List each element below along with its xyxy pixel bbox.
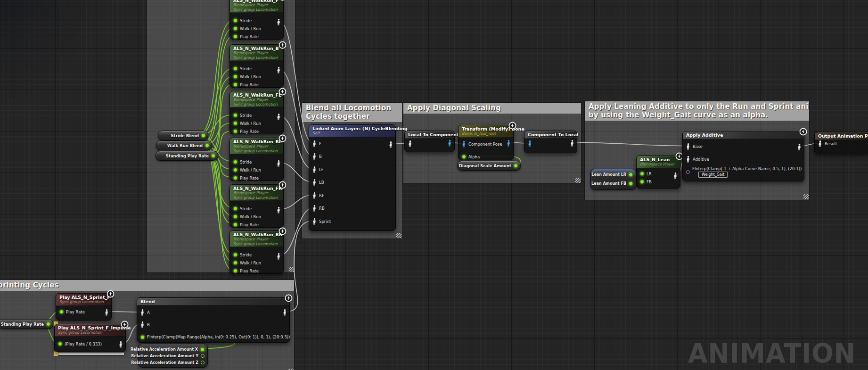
node-play-als-n-sprint-f-impulse[interactable]: Play ALS_N_Sprint_F_ImpulseSync group Lo… — [54, 324, 126, 352]
value-pin[interactable] — [640, 180, 644, 184]
variable-row[interactable]: Relative Acceleration Amount X — [139, 346, 207, 353]
input-pin-row[interactable]: FInterp(Clamp(-1 + Alpha Curve Name, 0.5… — [683, 165, 804, 178]
input-pin-row[interactable]: RB — [309, 202, 395, 215]
input-pin-row[interactable]: Play Rate — [230, 127, 283, 135]
value-pin[interactable] — [233, 206, 237, 211]
node-local-to-component[interactable]: Local To Component — [404, 131, 455, 152]
value-pin[interactable] — [233, 222, 237, 227]
variable-group-relative-acceleration[interactable]: Relative Acceleration Amount XRelative A… — [138, 344, 208, 368]
output-pose-pin[interactable] — [277, 113, 281, 122]
node-als-n-walkrun-f[interactable]: ALS_N_WalkRun_FBlendspace PlayerSync gro… — [229, 0, 284, 40]
value-pin[interactable] — [640, 172, 644, 176]
curve-name-input[interactable]: Weight_Gait — [698, 172, 728, 178]
input-pin-row[interactable]: Result — [815, 140, 868, 148]
node-blend[interactable]: BlendABFInterp(Clamp(Map Range(Alpha, in… — [137, 297, 290, 343]
node-linked-anim-layer[interactable]: Linked Anim Layer: (N) CycleBlendingSelf… — [309, 124, 396, 231]
input-pin-row[interactable]: Stride — [230, 16, 283, 25]
variable-output-pin[interactable] — [211, 154, 215, 158]
output-pose-pin[interactable] — [448, 140, 452, 148]
output-pose-pin[interactable] — [277, 18, 281, 27]
input-pin-row[interactable]: Walk / Run — [230, 166, 283, 174]
input-pin-row[interactable]: Stride — [230, 65, 283, 73]
input-pin-row[interactable]: F — [309, 137, 395, 150]
variable-stride-blend[interactable]: Stride Blend — [158, 131, 208, 140]
variable-output-pin[interactable] — [201, 354, 205, 358]
value-pin[interactable] — [233, 253, 237, 257]
input-pin-row[interactable]: Walk / Run — [230, 213, 283, 221]
output-pose-pin[interactable] — [277, 160, 281, 169]
value-pin[interactable] — [233, 26, 237, 31]
value-pin[interactable] — [233, 214, 237, 219]
output-pose-pin[interactable] — [570, 140, 574, 148]
input-pin-row[interactable]: Component Pose — [459, 138, 513, 150]
node-output-animation-pose[interactable]: Output Animation PoseResult — [814, 132, 868, 154]
value-pin[interactable] — [233, 121, 237, 125]
value-pin[interactable] — [233, 34, 237, 39]
output-pose-pin[interactable] — [283, 309, 287, 318]
value-pin[interactable] — [233, 261, 237, 265]
value-pin[interactable] — [59, 310, 64, 314]
value-pin[interactable] — [233, 269, 237, 273]
node-als-n-walkrun-b[interactable]: ALS_N_WalkRun_BBlendspace PlayerSync gro… — [229, 44, 284, 88]
value-pin[interactable] — [58, 342, 62, 346]
input-pin-row[interactable]: LF — [309, 163, 395, 176]
variable-row[interactable]: Lean Amount LR — [591, 170, 636, 179]
variable-walk-run-blend[interactable]: Walk Run Blend — [156, 140, 212, 150]
input-pin-row[interactable]: B — [309, 150, 395, 164]
output-pose-pin[interactable] — [119, 341, 123, 350]
input-pin-row[interactable]: Walk / Run — [230, 25, 283, 33]
variable-row[interactable]: Lean Amount FB — [591, 179, 636, 188]
input-pin-row[interactable]: Walk / Run — [230, 259, 283, 267]
curve-pin[interactable] — [686, 170, 690, 174]
output-pose-pin[interactable] — [277, 66, 281, 75]
variable-output-pin[interactable] — [205, 143, 209, 148]
variable-row[interactable]: Relative Acceleration Amount Z — [139, 359, 207, 366]
variable-standing-play-rate-2[interactable]: Standing Play Rate — [0, 319, 53, 329]
value-pin[interactable] — [140, 335, 145, 339]
value-pin[interactable] — [233, 82, 237, 87]
variable-standing-play-rate[interactable]: Standing Play Rate — [156, 151, 218, 161]
animgraph-canvas[interactable]: ANIMATION Blend all LocomotionCycles tog… — [0, 0, 868, 370]
value-pin[interactable] — [233, 168, 237, 172]
variable-output-pin[interactable] — [629, 173, 633, 177]
input-pin-row[interactable]: Stride — [230, 251, 283, 259]
input-pin-row[interactable]: FInterp(Clamp(Map Range(Alpha, in(0: 0.2… — [137, 331, 289, 343]
input-pin-row[interactable]: Play Rate — [230, 174, 283, 182]
input-pin-row[interactable]: RF — [309, 189, 395, 202]
value-pin[interactable] — [233, 18, 237, 23]
input-pin-row[interactable]: Walk / Run — [230, 119, 283, 127]
input-pin-row[interactable]: Play Rate — [230, 267, 283, 275]
node-play-als-n-sprint-f[interactable]: Play ALS_N_Sprint_FSync group Locomotion… — [56, 293, 112, 321]
variable-output-pin[interactable] — [201, 361, 205, 364]
node-als-n-walkrun-fr[interactable]: ALS_N_WalkRun_FRBlendspace PlayerSync gr… — [229, 184, 284, 228]
output-pose-pin[interactable] — [105, 309, 109, 318]
value-pin[interactable] — [233, 129, 237, 133]
node-apply-additive[interactable]: Apply AdditiveBaseAdditiveFInterp(Clamp(… — [682, 131, 804, 181]
input-pin-row[interactable]: Additive — [683, 153, 804, 165]
value-pin[interactable] — [233, 113, 237, 117]
input-pin-row[interactable]: Base — [683, 140, 804, 153]
value-pin[interactable] — [233, 160, 237, 164]
variable-output-pin[interactable] — [46, 322, 50, 326]
input-pin-row[interactable]: LB — [309, 176, 395, 189]
output-pose-pin[interactable] — [507, 140, 511, 148]
variable-output-pin[interactable] — [629, 181, 633, 186]
node-als-n-walkrun-bl[interactable]: ALS_N_WalkRun_BLBlendspace PlayerSync gr… — [229, 138, 284, 181]
variable-row[interactable]: Relative Acceleration Amount Y — [139, 353, 207, 359]
output-pose-pin[interactable] — [277, 253, 281, 262]
input-pin-row[interactable]: (Play Rate / 0.333) — [55, 340, 125, 348]
value-pin[interactable] — [233, 66, 237, 71]
value-pin[interactable] — [462, 155, 466, 159]
input-pin-row[interactable]: Sprint — [309, 215, 395, 228]
input-pin-row[interactable]: Play Rate — [56, 308, 111, 316]
input-pin-row[interactable]: Play Rate — [230, 33, 283, 41]
node-als-n-walkrun-fl[interactable]: ALS_N_WalkRun_FLBlendspace PlayerSync gr… — [229, 91, 284, 134]
input-pin-row[interactable]: Stride — [230, 111, 283, 119]
input-pin-row[interactable]: Walk / Run — [230, 73, 283, 81]
output-pose-pin[interactable] — [277, 206, 281, 215]
input-pin-row[interactable]: B — [137, 319, 289, 331]
variable-output-pin[interactable] — [201, 133, 205, 138]
output-pose-pin[interactable] — [797, 143, 802, 152]
node-als-n-lean[interactable]: ALS_N_LeanBlendspace PlayerLRFB — [636, 156, 680, 189]
output-pose-pin[interactable] — [673, 172, 678, 181]
